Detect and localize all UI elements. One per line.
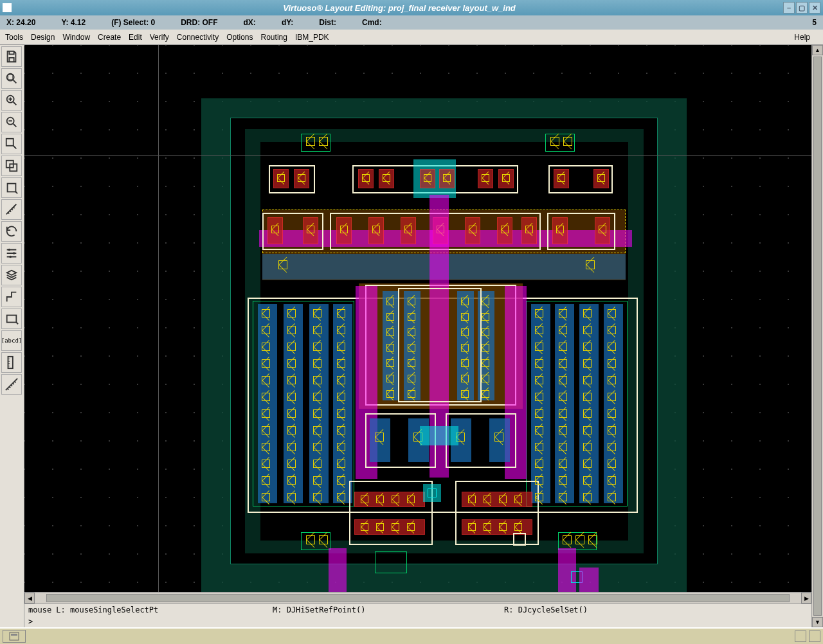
tray-icon-2[interactable] <box>809 631 820 642</box>
contact-via <box>559 476 567 485</box>
menu-window[interactable]: Window <box>62 33 90 42</box>
hscroll-left-arrow[interactable]: ◀ <box>24 593 35 604</box>
contact-via <box>386 375 394 382</box>
contact-via <box>287 309 296 318</box>
layout-canvas[interactable] <box>24 45 811 592</box>
contact-via <box>482 328 489 336</box>
contact-via <box>482 298 489 305</box>
tray-icon-1[interactable] <box>795 631 806 642</box>
ruler-icon[interactable] <box>1 199 22 220</box>
select-count: (F) Select: 0 <box>111 18 155 27</box>
contact-via <box>559 426 567 434</box>
svg-rect-13 <box>10 632 19 640</box>
vscrollbar[interactable]: ▲ ▼ <box>811 45 823 627</box>
contact-via <box>408 298 415 305</box>
vscroll-thumb[interactable] <box>813 57 822 616</box>
contact-via <box>337 326 345 334</box>
contact-via <box>262 426 270 434</box>
dx-label: dX: <box>244 18 256 27</box>
contact-via <box>608 409 616 418</box>
vscroll-up-arrow[interactable]: ▲ <box>812 45 823 55</box>
save-icon[interactable] <box>1 46 22 67</box>
contact-via <box>559 326 567 334</box>
menu-ibmpdk[interactable]: IBM_PDK <box>295 33 329 42</box>
coord-x: X: 24.20 <box>6 18 35 27</box>
contact-via <box>535 359 543 368</box>
contact-via <box>608 460 616 468</box>
menu-verify[interactable]: Verify <box>150 33 169 42</box>
label-icon[interactable]: [abcd] <box>1 330 22 351</box>
hscroll-thumb[interactable] <box>46 594 790 602</box>
zoom-out-icon[interactable] <box>1 112 22 132</box>
stretch-icon[interactable] <box>1 134 22 154</box>
drd-status: DRD: OFF <box>181 18 217 27</box>
coordinate-bar: X: 24.20 Y: 4.12 (F) Select: 0 DRD: OFF … <box>0 15 823 30</box>
contact-via <box>559 460 567 468</box>
menu-options[interactable]: Options <box>226 33 253 42</box>
menu-create[interactable]: Create <box>98 33 121 42</box>
property-icon[interactable] <box>1 243 22 264</box>
contact-via <box>386 313 394 321</box>
svg-rect-7 <box>8 184 16 192</box>
footer: mouse L: mouseSingleSelectPt M: DJHiSetR… <box>24 604 811 627</box>
menu-tools[interactable]: Tools <box>5 33 23 42</box>
contact-via <box>461 328 469 336</box>
svg-rect-11 <box>7 316 17 323</box>
maximize-button[interactable]: ▢ <box>796 2 808 13</box>
contact-via <box>608 343 616 351</box>
contact-via <box>408 359 415 367</box>
close-button[interactable]: ✕ <box>809 2 820 13</box>
measure-icon[interactable] <box>1 374 22 395</box>
contact-via <box>535 493 543 501</box>
contact-via <box>535 409 543 418</box>
menu-connectivity[interactable]: Connectivity <box>177 33 219 42</box>
contact-via <box>559 309 567 318</box>
contact-via <box>535 460 543 468</box>
contact-via <box>313 476 321 485</box>
contact-via <box>535 326 543 334</box>
contact-via <box>313 376 321 384</box>
contact-via <box>408 375 415 382</box>
contact-via <box>287 393 296 401</box>
contact-via <box>337 460 345 468</box>
tool-toolbar: [abcd] <box>0 45 24 627</box>
contact-via <box>337 359 345 368</box>
contact-via <box>583 376 592 384</box>
dist-label: Dist: <box>319 18 336 27</box>
path-icon[interactable] <box>1 287 22 307</box>
menu-bar: Tools Design Window Create Edit Verify C… <box>0 30 823 45</box>
contact-via <box>559 409 567 418</box>
contact-via <box>482 390 489 398</box>
hscroll-right-arrow[interactable]: ▶ <box>801 593 811 604</box>
rect-icon[interactable] <box>1 309 22 329</box>
undo-icon[interactable] <box>1 221 22 242</box>
contact-via <box>337 376 345 384</box>
contact-via <box>262 326 270 334</box>
zoom-in-icon[interactable] <box>1 90 22 111</box>
contact-via <box>313 443 321 451</box>
contact-via <box>313 343 321 351</box>
minimize-button[interactable]: – <box>783 2 795 13</box>
command-prompt[interactable]: > <box>24 616 811 627</box>
hscrollbar[interactable]: ◀ ▶ <box>24 592 811 604</box>
vscroll-down-arrow[interactable]: ▼ <box>812 617 823 627</box>
contact-via <box>287 359 296 368</box>
menu-design[interactable]: Design <box>31 33 55 42</box>
contact-via <box>287 376 296 384</box>
flatten-icon[interactable] <box>1 265 22 285</box>
contact-via <box>608 426 616 434</box>
contact-via <box>559 343 567 351</box>
zoom-fit-icon[interactable] <box>1 68 22 89</box>
ruler2-icon[interactable] <box>1 352 22 373</box>
menu-edit[interactable]: Edit <box>129 33 142 42</box>
menu-help[interactable]: Help <box>794 33 810 42</box>
move-icon[interactable] <box>1 177 22 198</box>
contact-via <box>262 343 270 351</box>
menu-routing[interactable]: Routing <box>261 33 287 42</box>
copy-icon[interactable] <box>1 156 22 176</box>
contact-via <box>583 343 592 351</box>
contact-via <box>287 476 296 485</box>
contact-via <box>461 344 469 352</box>
taskbar-app-button[interactable] <box>3 630 26 643</box>
contact-via <box>262 460 270 468</box>
